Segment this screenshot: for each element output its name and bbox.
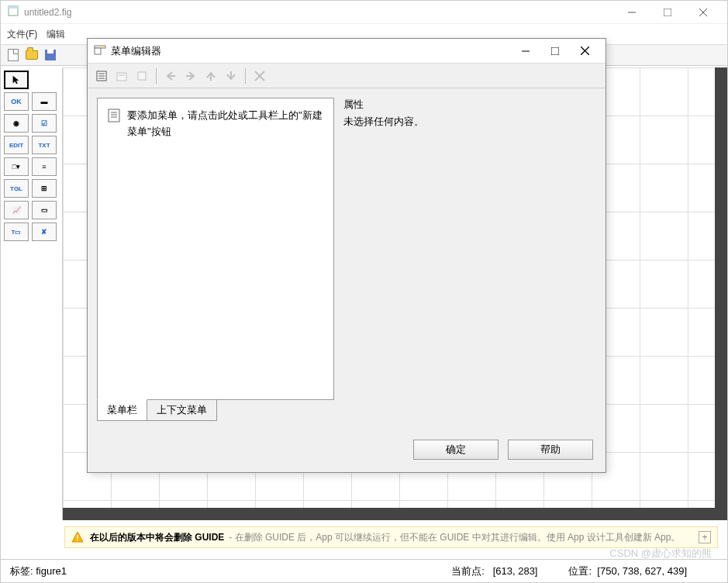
ok-button[interactable]: 确定: [413, 440, 499, 460]
dialog-button-row: 确定 帮助: [88, 430, 606, 472]
statictext-tool[interactable]: TXT: [32, 136, 57, 154]
svg-rect-7: [77, 540, 78, 540]
dialog-left-pane: 要添加菜单，请点击此处或工具栏上的"新建菜单"按钮 菜单栏 上下文菜单: [97, 98, 334, 421]
svg-rect-27: [109, 109, 119, 122]
save-file-button[interactable]: [43, 47, 58, 63]
tab-menubar[interactable]: 菜单栏: [97, 399, 147, 421]
window-title: untitled2.fig: [24, 7, 614, 18]
toolbar-separator: [245, 68, 246, 84]
new-menuitem-button[interactable]: [112, 67, 131, 85]
dialog-body: 要添加菜单，请点击此处或工具栏上的"新建菜单"按钮 菜单栏 上下文菜单 属性 未…: [88, 88, 606, 430]
app-icon: [7, 5, 19, 19]
delete-button[interactable]: [250, 67, 269, 85]
empty-hint-text: 要添加菜单，请点击此处或工具栏上的"新建菜单"按钮: [127, 108, 324, 390]
new-file-button[interactable]: [5, 47, 21, 63]
panel-tool[interactable]: ▭: [32, 201, 57, 219]
select-tool[interactable]: [4, 71, 29, 89]
axes-tool[interactable]: 📈: [4, 201, 29, 219]
warning-icon: [71, 531, 84, 543]
status-position: 位置: [750, 738, 627, 439]: [568, 564, 687, 578]
move-right-button[interactable]: [181, 67, 200, 85]
main-titlebar: untitled2.fig: [1, 1, 727, 24]
new-contextmenu-button[interactable]: [133, 67, 151, 85]
buttongroup-tool[interactable]: T▭: [4, 223, 29, 241]
statusbar: 标签: figure1 当前点: [613, 283] 位置: [750, 73…: [1, 559, 727, 582]
component-palette: OK ▬ ◉ ☑ EDIT TXT □▾ ≡ TGL ⊞ 📈 ▭ T▭ ✘: [1, 67, 63, 520]
togglebutton-tool[interactable]: TGL: [4, 179, 29, 198]
open-file-button[interactable]: [24, 47, 40, 63]
maximize-button[interactable]: [650, 1, 685, 24]
move-up-button[interactable]: [202, 67, 220, 85]
status-tag: 标签: figure1: [10, 564, 67, 578]
tab-context-menu[interactable]: 上下文菜单: [147, 399, 217, 421]
dialog-toolbar: [88, 64, 606, 88]
status-current-point: 当前点: [613, 283]: [451, 564, 537, 578]
svg-rect-11: [551, 47, 559, 55]
expand-warning-button[interactable]: +: [699, 531, 711, 543]
checkbox-tool[interactable]: ☑: [32, 114, 57, 133]
listbox-tool[interactable]: ≡: [32, 157, 57, 176]
table-tool[interactable]: ⊞: [32, 179, 57, 198]
svg-rect-20: [138, 72, 146, 80]
warning-detail: - 在删除 GUIDE 后，App 可以继续运行，但不能在 GUIDE 中对其进…: [229, 531, 680, 544]
dialog-icon: [94, 43, 106, 58]
svg-rect-9: [95, 48, 101, 54]
dialog-tabs: 菜单栏 上下文菜单: [97, 399, 334, 421]
menu-file[interactable]: 文件(F): [7, 28, 37, 41]
toolbar-separator: [156, 68, 157, 84]
svg-rect-18: [117, 73, 126, 81]
popupmenu-tool[interactable]: □▾: [4, 157, 29, 176]
dialog-titlebar[interactable]: 菜单编辑器: [88, 39, 606, 64]
svg-rect-3: [664, 9, 671, 16]
dialog-title: 菜单编辑器: [111, 44, 161, 58]
dialog-close-button[interactable]: [570, 40, 599, 62]
dialog-maximize-button[interactable]: [540, 40, 570, 62]
edittext-tool[interactable]: EDIT: [4, 136, 29, 154]
dialog-minimize-button[interactable]: [511, 40, 540, 62]
menu-edit[interactable]: 编辑: [47, 28, 65, 41]
horizontal-scrollbar[interactable]: [63, 508, 715, 520]
slider-tool[interactable]: ▬: [32, 92, 57, 111]
menu-editor-dialog: 菜单编辑器 要添加菜单，请点击此处或工具栏上的"新建菜单"按钮: [87, 38, 606, 473]
new-menu-button[interactable]: [92, 67, 111, 85]
document-icon: [107, 108, 121, 390]
svg-rect-1: [9, 6, 18, 9]
menu-tree-panel[interactable]: 要添加菜单，请点击此处或工具栏上的"新建菜单"按钮: [97, 98, 334, 400]
minimize-button[interactable]: [614, 1, 650, 24]
vertical-scrollbar[interactable]: [715, 67, 727, 520]
deprecation-warning-bar: 在以后的版本中将会删除 GUIDE - 在删除 GUIDE 后，App 可以继续…: [64, 526, 718, 548]
pushbutton-tool[interactable]: OK: [4, 92, 29, 111]
move-left-button[interactable]: [161, 67, 180, 85]
close-button[interactable]: [685, 1, 721, 24]
activex-tool[interactable]: ✘: [32, 223, 57, 241]
dialog-properties-pane: 属性 未选择任何内容。: [343, 98, 596, 421]
move-down-button[interactable]: [222, 67, 240, 85]
properties-empty-text: 未选择任何内容。: [343, 115, 596, 129]
properties-heading: 属性: [343, 98, 596, 112]
svg-rect-6: [77, 535, 78, 539]
help-button[interactable]: 帮助: [508, 440, 593, 460]
warning-title: 在以后的版本中将会删除 GUIDE: [90, 531, 224, 544]
radiobutton-tool[interactable]: ◉: [4, 114, 29, 133]
